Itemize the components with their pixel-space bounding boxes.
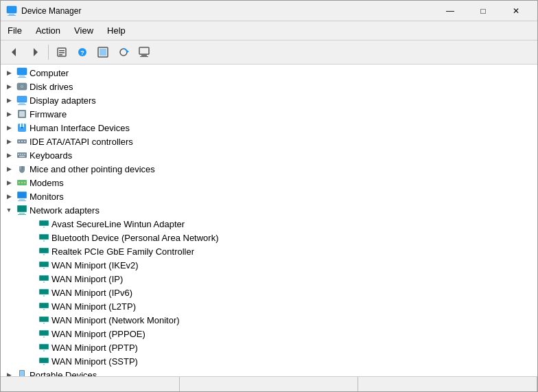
help-button[interactable]: ? — [73, 43, 92, 61]
expander-wan-ikev2 — [25, 260, 36, 270]
tree-item-wan-netmon[interactable]: WAN Miniport (Network Monitor) — [1, 313, 537, 327]
tree-item-network[interactable]: Network adapters — [1, 203, 537, 217]
menu-view[interactable]: View — [67, 23, 100, 38]
realtek-label: Realtek PCIe GbE Family Controller — [51, 246, 194, 257]
expander-mice[interactable] — [3, 163, 14, 174]
svg-point-88 — [43, 336, 45, 338]
maximize-button[interactable]: □ — [467, 1, 499, 21]
svg-rect-55 — [18, 192, 26, 198]
svg-rect-87 — [40, 331, 48, 335]
tree-item-computer[interactable]: Computer — [1, 66, 537, 80]
tree-item-disk-drives[interactable]: Disk drives — [1, 80, 537, 93]
menu-file[interactable]: File — [1, 23, 29, 38]
disk-icon — [16, 81, 27, 92]
device-manager-help-button[interactable] — [134, 43, 154, 61]
expander-wan-ipv6 — [25, 287, 36, 298]
svg-rect-96 — [20, 371, 24, 376]
expander-computer[interactable] — [3, 67, 14, 78]
svg-point-82 — [43, 309, 45, 310]
expander-disk[interactable] — [3, 81, 14, 92]
device-manager-window: Device Manager — □ ✕ File Action View He… — [0, 0, 538, 392]
tree-item-wan-ip[interactable]: WAN Miniport (IP) — [1, 272, 537, 286]
tree-item-ide[interactable]: IDE ATA/ATAPI controllers — [1, 135, 537, 148]
tree-item-wan-ipv6[interactable]: WAN Miniport (IPv6) — [1, 286, 537, 299]
svg-rect-41 — [18, 154, 19, 155]
expander-ide[interactable] — [3, 136, 14, 147]
computer-label: Computer — [30, 68, 69, 78]
svg-rect-61 — [18, 214, 26, 215]
expander-network[interactable] — [3, 205, 14, 216]
svg-rect-56 — [19, 199, 25, 200]
expander-portable[interactable] — [3, 369, 14, 376]
svg-rect-7 — [59, 52, 65, 54]
tree-item-wan-ikev2[interactable]: WAN Miniport (IKEv2) — [1, 258, 537, 272]
tree-item-bluetooth[interactable]: Bluetooth Device (Personal Area Network) — [1, 231, 537, 244]
firmware-icon — [16, 108, 27, 119]
tree-item-keyboards[interactable]: Keyboards — [1, 148, 537, 162]
update-driver-button[interactable] — [93, 43, 113, 61]
expander-wan-netmon — [25, 314, 36, 325]
wan-sstp-label: WAN Miniport (SSTP) — [51, 356, 138, 367]
wan-l2tp-label: WAN Miniport (L2TP) — [51, 301, 136, 312]
svg-rect-75 — [40, 276, 48, 280]
network-device-icon-realtek — [38, 246, 49, 257]
forward-button[interactable] — [25, 43, 45, 61]
expander-hid[interactable] — [3, 122, 14, 133]
expander-firmware[interactable] — [3, 108, 14, 119]
svg-point-52 — [21, 182, 23, 183]
tree-item-wan-l2tp[interactable]: WAN Miniport (L2TP) — [1, 299, 537, 313]
menu-action[interactable]: Action — [29, 23, 67, 38]
scan-button[interactable] — [114, 43, 133, 61]
svg-rect-12 — [100, 49, 106, 56]
tree-item-wan-pptp[interactable]: WAN Miniport (PPTP) — [1, 341, 537, 354]
expander-keyboards[interactable] — [3, 150, 14, 161]
tree-item-monitors[interactable]: Monitors — [1, 189, 537, 203]
modem-icon — [16, 177, 27, 188]
svg-rect-57 — [18, 200, 26, 201]
svg-marker-3 — [12, 48, 16, 56]
svg-rect-59 — [18, 206, 26, 211]
tree-item-wan-sstp[interactable]: WAN Miniport (SSTP) — [1, 354, 537, 368]
expander-wan-ip — [25, 273, 36, 284]
properties-button[interactable] — [52, 43, 71, 61]
expander-modems[interactable] — [3, 177, 14, 188]
tree-item-display[interactable]: Display adapters — [1, 93, 537, 107]
device-tree[interactable]: Computer Disk drives Display adapters Fi… — [1, 65, 537, 376]
back-button[interactable] — [5, 43, 24, 61]
monitor-icon — [139, 47, 150, 58]
network-device-icon-wan-l2tp — [38, 301, 49, 312]
svg-rect-17 — [140, 56, 148, 57]
svg-rect-90 — [40, 345, 48, 349]
tree-item-modems[interactable]: Modems — [1, 176, 537, 189]
tree-item-portable[interactable]: Portable Devices — [1, 368, 537, 376]
svg-rect-47 — [19, 166, 22, 170]
tree-item-mice[interactable]: Mice and other pointing devices — [1, 162, 537, 176]
network-device-icon-wan-netmon — [38, 314, 49, 325]
minimize-button[interactable]: — — [434, 1, 466, 21]
svg-point-76 — [43, 281, 45, 283]
svg-rect-37 — [19, 141, 20, 142]
tree-item-realtek[interactable]: Realtek PCIe GbE Family Controller — [1, 244, 537, 258]
svg-rect-39 — [24, 141, 25, 142]
network-device-icon-wan-ikev2 — [38, 260, 49, 270]
expander-monitors[interactable] — [3, 191, 14, 202]
monitors-label: Monitors — [30, 192, 64, 202]
expander-realtek — [25, 246, 36, 257]
svg-rect-43 — [22, 154, 23, 155]
svg-rect-28 — [19, 103, 25, 104]
tree-item-wan-pppoe[interactable]: WAN Miniport (PPPOE) — [1, 327, 537, 341]
network-icon — [16, 205, 27, 216]
expander-display[interactable] — [3, 95, 14, 106]
tree-item-avast[interactable]: Avast SecureLine Wintun Adapter — [1, 217, 537, 231]
help-icon: ? — [77, 47, 88, 58]
tree-item-firmware[interactable]: Firmware — [1, 107, 537, 121]
wan-pppoe-label: WAN Miniport (PPPOE) — [51, 329, 145, 339]
tree-item-hid[interactable]: Human Interface Devices — [1, 121, 537, 135]
ide-label: IDE ATA/ATAPI controllers — [30, 137, 133, 147]
svg-rect-20 — [19, 76, 25, 77]
expander-wan-pptp — [25, 342, 36, 353]
menu-help[interactable]: Help — [100, 23, 132, 38]
svg-rect-26 — [17, 96, 27, 102]
close-button[interactable]: ✕ — [500, 1, 532, 21]
avast-label: Avast SecureLine Wintun Adapter — [51, 219, 185, 229]
